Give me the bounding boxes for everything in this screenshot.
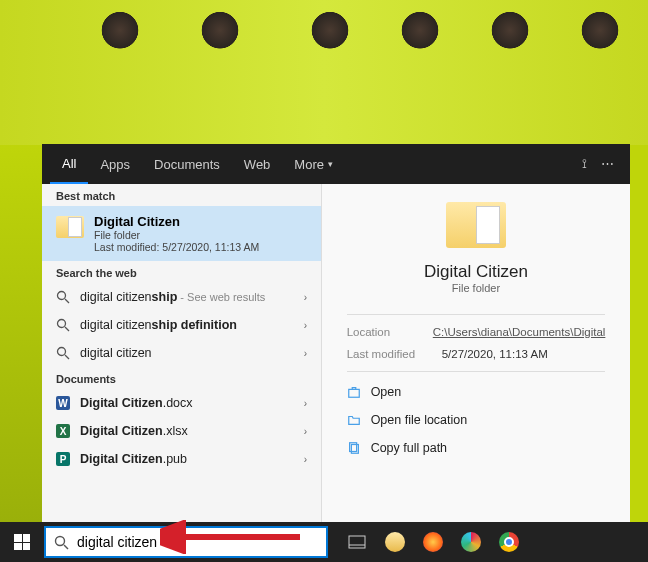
divider — [347, 314, 606, 315]
start-button[interactable] — [0, 522, 44, 562]
chevron-right-icon: › — [304, 454, 307, 465]
section-header-web: Search the web — [42, 261, 321, 283]
taskbar-app-firefox[interactable] — [416, 522, 450, 562]
wallpaper-strip — [630, 145, 648, 522]
best-match-type: File folder — [94, 229, 259, 241]
section-header-docs: Documents — [42, 367, 321, 389]
best-match-result[interactable]: Digital Citizen File folder Last modifie… — [42, 206, 321, 261]
feedback-icon[interactable]: ⟟ — [582, 156, 587, 172]
slack-icon — [461, 532, 481, 552]
svg-point-0 — [58, 292, 66, 300]
chevron-right-icon: › — [304, 426, 307, 437]
taskbar-search-box[interactable] — [44, 526, 328, 558]
document-name: Digital Citizen.pub — [80, 452, 187, 466]
tab-more[interactable]: More ▾ — [282, 144, 344, 184]
file-explorer-icon — [385, 532, 405, 552]
search-icon — [56, 318, 70, 332]
taskbar — [0, 522, 648, 562]
tab-all[interactable]: All — [50, 144, 88, 184]
action-open-location[interactable]: Open file location — [347, 406, 606, 434]
svg-rect-11 — [349, 536, 365, 548]
file-type-icon: P — [56, 452, 70, 466]
web-result-text: digital citizenship - See web results — [80, 290, 265, 304]
svg-line-5 — [65, 355, 69, 359]
search-icon — [56, 290, 70, 304]
chrome-icon — [499, 532, 519, 552]
tab-web[interactable]: Web — [232, 144, 283, 184]
firefox-icon — [423, 532, 443, 552]
action-open[interactable]: Open — [347, 378, 606, 406]
document-name: Digital Citizen.docx — [80, 396, 193, 410]
windows-logo-icon — [14, 534, 30, 550]
best-match-meta: Last modified: 5/27/2020, 11:13 AM — [94, 241, 259, 253]
file-type-icon: W — [56, 396, 70, 410]
chevron-right-icon: › — [304, 320, 307, 331]
search-input[interactable] — [77, 534, 318, 550]
open-icon — [347, 385, 361, 399]
web-result[interactable]: digital citizen› — [42, 339, 321, 367]
svg-point-2 — [58, 320, 66, 328]
chevron-right-icon: › — [304, 292, 307, 303]
chevron-right-icon: › — [304, 398, 307, 409]
web-result[interactable]: digital citizenship definition› — [42, 311, 321, 339]
document-result[interactable]: PDigital Citizen.pub› — [42, 445, 321, 473]
best-match-title: Digital Citizen — [94, 214, 259, 229]
tab-documents[interactable]: Documents — [142, 144, 232, 184]
taskbar-app-chrome[interactable] — [492, 522, 526, 562]
preview-modified: 5/27/2020, 11:13 AM — [442, 348, 548, 360]
task-view-icon — [348, 535, 366, 549]
results-list: Best match Digital Citizen File folder L… — [42, 184, 322, 522]
svg-rect-6 — [348, 389, 359, 397]
preview-type: File folder — [452, 282, 500, 294]
taskbar-app-explorer[interactable] — [378, 522, 412, 562]
section-header-best: Best match — [42, 184, 321, 206]
folder-open-icon — [347, 413, 361, 427]
folder-icon — [56, 216, 84, 238]
search-results-panel: Best match Digital Citizen File folder L… — [42, 184, 630, 522]
preview-location[interactable]: C:\Users\diana\Documents\Digital — [433, 326, 606, 338]
meta-key: Last modified — [347, 348, 442, 360]
web-result-text: digital citizenship definition — [80, 318, 237, 332]
search-filter-tabs: All Apps Documents Web More ▾ ⟟ ⋯ — [42, 144, 630, 184]
document-result[interactable]: WDigital Citizen.docx› — [42, 389, 321, 417]
svg-point-9 — [56, 536, 65, 545]
copy-icon — [347, 441, 361, 455]
file-type-icon: X — [56, 424, 70, 438]
chevron-right-icon: › — [304, 348, 307, 359]
search-icon — [56, 346, 70, 360]
chevron-down-icon: ▾ — [328, 159, 333, 169]
divider — [347, 371, 606, 372]
wallpaper-strip — [0, 145, 42, 522]
document-name: Digital Citizen.xlsx — [80, 424, 188, 438]
folder-icon — [446, 202, 506, 248]
web-result[interactable]: digital citizenship - See web results› — [42, 283, 321, 311]
search-icon — [54, 535, 69, 550]
preview-title: Digital Citizen — [424, 262, 528, 282]
preview-pane: Digital Citizen File folder LocationC:\U… — [322, 184, 630, 522]
action-copy-path[interactable]: Copy full path — [347, 434, 606, 462]
web-result-text: digital citizen — [80, 346, 152, 360]
svg-line-3 — [65, 327, 69, 331]
svg-point-4 — [58, 348, 66, 356]
taskbar-app-slack[interactable] — [454, 522, 488, 562]
tab-apps[interactable]: Apps — [88, 144, 142, 184]
svg-line-10 — [64, 545, 68, 549]
ellipsis-icon[interactable]: ⋯ — [601, 156, 614, 172]
document-result[interactable]: XDigital Citizen.xlsx› — [42, 417, 321, 445]
meta-key: Location — [347, 326, 433, 338]
desktop-wallpaper — [0, 0, 648, 145]
task-view-button[interactable] — [340, 522, 374, 562]
svg-line-1 — [65, 299, 69, 303]
